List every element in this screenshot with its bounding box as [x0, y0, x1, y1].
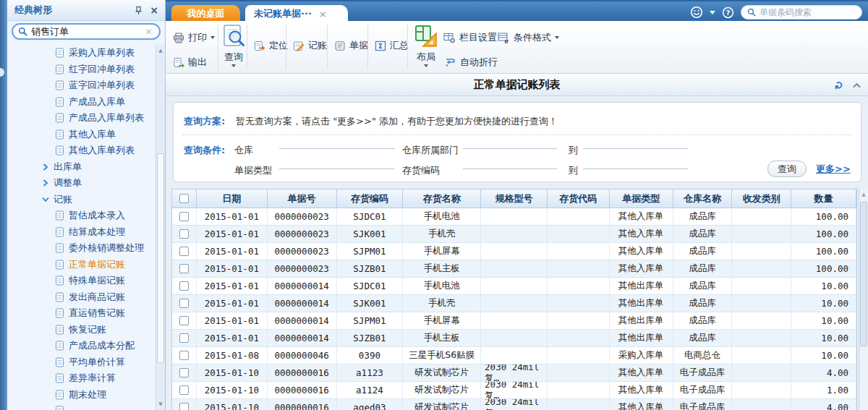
row-checkbox[interactable] [179, 333, 189, 343]
help-icon[interactable]: ? [722, 7, 734, 19]
table-row[interactable]: 2015-01-010000000023SJK001手机壳其他入库单成品库100… [172, 226, 856, 243]
column-header[interactable]: 规格型号 [481, 189, 548, 208]
sidebar-scrollbar[interactable]: ▲ ▼ [156, 45, 165, 410]
barcode-search-input[interactable]: 单据条码搜索 [741, 5, 862, 20]
tree-leaf-item[interactable]: 期末处理 [7, 387, 156, 403]
tree-group-item[interactable]: 记账 [7, 192, 156, 208]
query-button[interactable]: 查询 [218, 24, 250, 67]
tree-leaf-item[interactable]: 产成品入库单 [7, 94, 156, 111]
layout-button[interactable]: 布局 [410, 24, 442, 67]
table-row[interactable]: 2015-01-010000000014SJDC01手机电池其他出库单成品库10… [172, 278, 856, 295]
tree-leaf-item[interactable]: 其他入库单列表 [7, 142, 156, 159]
select-all-checkbox[interactable] [179, 194, 189, 203]
pin-icon[interactable] [134, 6, 143, 15]
inv-code-to-input[interactable] [583, 156, 688, 169]
tree-leaf-item[interactable]: 恢复记账 [7, 322, 156, 338]
tree-leaf-item[interactable]: 采购入库单列表 [7, 45, 156, 61]
table-row[interactable]: 2015-01-010000000023SJPM01手机屏幕其他入库单成品库10… [172, 243, 856, 260]
grid-scrollbar[interactable]: ▲ [859, 189, 868, 410]
scroll-thumb[interactable] [157, 153, 164, 363]
table-row[interactable]: 2015-01-100000000016aqed03研发试制芯片2030 24m… [172, 399, 856, 410]
row-checkbox[interactable] [179, 351, 189, 360]
table-row[interactable]: 2015-01-010000000014SJPM01手机屏幕其他出库单成品库10… [172, 312, 856, 330]
column-header[interactable]: 单据类型 [610, 189, 673, 208]
row-checkbox[interactable] [179, 212, 189, 221]
column-header[interactable]: 收发类别 [732, 189, 791, 208]
row-checkbox[interactable] [179, 281, 189, 291]
tree-leaf-item[interactable]: 产成品成本分配 [7, 338, 156, 354]
table-row[interactable]: 2015-01-010000000014SJZB01手机主板其他出库单成品库10… [172, 330, 856, 347]
tab-close-icon[interactable]: × [319, 9, 327, 20]
tree-leaf-item[interactable]: 暂估成本录入 [7, 208, 156, 224]
conditional-format-button[interactable]: If 条件格式 [498, 31, 559, 44]
column-header[interactable]: 数量 [791, 189, 856, 208]
chevron-down-icon[interactable] [710, 11, 715, 14]
close-icon[interactable]: × [150, 5, 158, 15]
collapse-icon[interactable] [853, 82, 861, 88]
tab-my-desktop[interactable]: 我的桌面 [171, 5, 240, 22]
tree-leaf-item[interactable]: 蓝字回冲单列表 [7, 77, 156, 94]
smiley-icon[interactable] [690, 6, 703, 19]
row-checkbox[interactable] [179, 247, 189, 256]
row-checkbox[interactable] [179, 264, 189, 273]
column-header[interactable]: 单据号 [268, 189, 337, 208]
scroll-up-icon[interactable]: ▲ [859, 192, 868, 197]
bill-button[interactable]: 单据 [334, 39, 368, 52]
row-checkbox[interactable] [179, 316, 189, 325]
auto-wrap-button[interactable]: 自动折行 [445, 56, 498, 69]
doc-type-input[interactable] [279, 156, 395, 169]
warehouse-dept-to-input[interactable] [583, 136, 688, 149]
scroll-up-icon[interactable]: ▲ [156, 48, 165, 54]
tab-unposted-docs[interactable]: 未记账单据··· × [245, 5, 348, 22]
table-row[interactable]: 2015-01-0800000000460390三星手机S6贴膜采购入库单电商总… [172, 347, 856, 364]
refresh-icon[interactable]: ↻ [833, 80, 846, 90]
scroll-thumb[interactable] [860, 202, 867, 346]
post-button[interactable]: 记账 [293, 39, 327, 52]
warehouse-input[interactable] [279, 136, 395, 149]
locate-button[interactable]: 定位 [254, 39, 288, 52]
print-button[interactable]: 打印 [173, 31, 215, 44]
export-button[interactable]: 输出 [173, 56, 207, 69]
tree-leaf-item[interactable] [7, 403, 156, 410]
topbar-icons: ? 单据条码搜索 [690, 4, 862, 21]
tree-group-item[interactable]: 调整单 [7, 175, 156, 192]
column-header[interactable]: 存货编码 [337, 189, 404, 208]
table-row[interactable]: 2015-01-100000000016a1124研发试制芯片2030 24mi… [172, 382, 856, 399]
column-header[interactable]: 仓库名称 [673, 189, 733, 208]
clear-icon[interactable]: × [145, 27, 153, 36]
tree-leaf-item[interactable]: 委外核销调整处理 [7, 240, 156, 257]
summary-button[interactable]: Σ 汇总 [375, 39, 409, 52]
table-row[interactable]: 2015-01-010000000014SJK001手机壳其他出库单成品库10.… [172, 295, 856, 312]
tree-leaf-item[interactable]: 差异率计算 [7, 370, 156, 387]
row-checkbox[interactable] [179, 385, 189, 395]
tree-item-label: 期末处理 [69, 388, 106, 401]
table-row[interactable]: 2015-01-100000000016a1123研发试制芯片2030 24mi… [172, 364, 856, 382]
more-link[interactable]: 更多>> [816, 163, 851, 176]
tree-leaf-item[interactable]: 正常单据记账 [7, 257, 156, 273]
tree-leaf-item[interactable]: 平均单价计算 [7, 354, 156, 371]
tree-leaf-item[interactable]: 特殊单据记账 [7, 273, 156, 289]
main-area: 我的桌面 未记账单据··· × ? 单据条码搜索 [166, 0, 868, 410]
column-header[interactable]: 存货代码 [548, 189, 610, 208]
row-checkbox[interactable] [179, 229, 189, 239]
row-checkbox[interactable] [179, 403, 189, 410]
tree-leaf-item[interactable]: 红字回冲单列表 [7, 61, 156, 78]
row-checkbox[interactable] [179, 368, 189, 377]
tree-group-item[interactable]: 出库单 [7, 159, 156, 176]
column-header[interactable]: 存货名称 [403, 189, 481, 208]
tree-leaf-item[interactable]: 结算成本处理 [7, 224, 156, 241]
tree-leaf-item[interactable]: 产成品入库单列表 [7, 110, 156, 127]
column-header[interactable]: 日期 [197, 189, 268, 208]
tree-leaf-item[interactable]: 直运销售记账 [7, 305, 156, 322]
column-settings-button[interactable]: 栏目设置 [443, 31, 497, 44]
scroll-down-icon[interactable]: ▼ [156, 401, 165, 407]
tree-leaf-item[interactable]: 发出商品记账 [7, 289, 156, 306]
tree-leaf-item[interactable]: 其他入库单 [7, 127, 156, 143]
inv-code-input[interactable] [463, 156, 557, 169]
warehouse-dept-input[interactable] [463, 136, 557, 149]
search-button[interactable]: 查询 [767, 161, 807, 177]
row-checkbox[interactable] [179, 299, 189, 308]
table-row[interactable]: 2015-01-010000000023SJZB01手机主板其他入库单成品库10… [172, 260, 856, 278]
table-row[interactable]: 2015-01-010000000023SJDC01手机电池其他入库单成品库10… [172, 208, 856, 226]
sidebar-search-input[interactable]: 销售订单 × [12, 23, 161, 40]
